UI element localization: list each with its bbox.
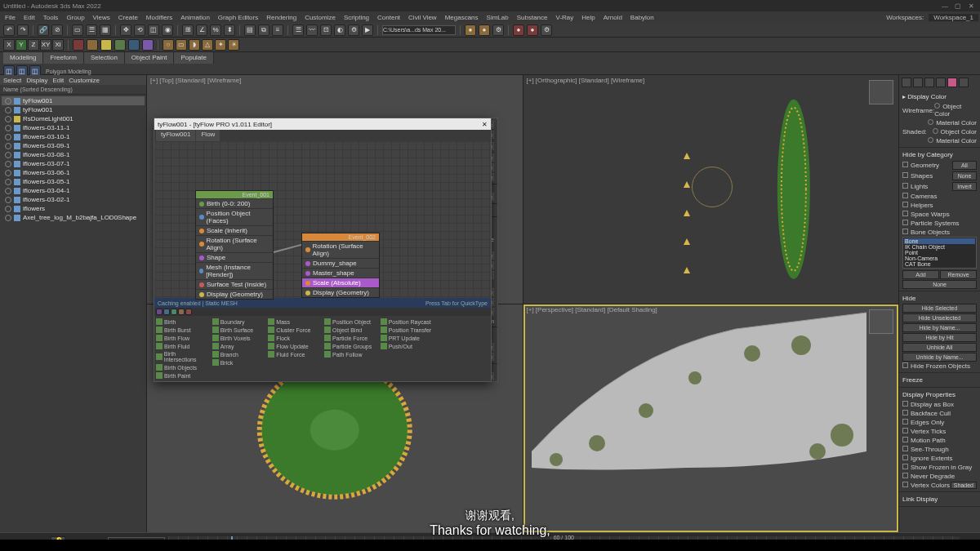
cp-tab-display[interactable] — [947, 78, 957, 87]
op-filter[interactable] — [163, 309, 170, 315]
menu-graph-editors[interactable]: Graph Editors — [215, 14, 261, 21]
list-item[interactable]: iflowers-03-11-1 — [2, 123, 145, 132]
viewport-ortho[interactable]: [+] [Orthographic] [Standard] [Wireframe… — [523, 75, 899, 304]
checkbox[interactable] — [902, 229, 908, 234]
op-item[interactable]: Position Object — [324, 318, 377, 326]
list-item[interactable]: iflowers-03-09-1 — [2, 141, 145, 150]
vray-light-mesh[interactable]: △ — [202, 39, 213, 51]
menu-content[interactable]: Content — [374, 14, 403, 21]
checkbox[interactable] — [902, 193, 908, 198]
op-item[interactable]: Birth Burst — [156, 326, 209, 334]
op-item[interactable]: PRT Update — [381, 334, 434, 342]
op-mesh[interactable]: Mesh (Instance [Render]) — [196, 262, 273, 279]
op-item[interactable]: Birth Intersections — [156, 350, 209, 363]
op-surface-test[interactable]: Surface Test (Inside) — [196, 279, 273, 289]
checkbox[interactable] — [902, 401, 908, 407]
menu-tools[interactable]: Tools — [40, 14, 62, 21]
viewport-label[interactable]: [+] [Perspective] [Standard] [Default Sh… — [527, 306, 657, 313]
scale-button[interactable]: ◫ — [148, 24, 159, 36]
li[interactable]: Bone — [904, 238, 975, 244]
rs-ipr-button[interactable]: ● — [527, 24, 538, 36]
li[interactable]: Non-Camera — [904, 256, 975, 261]
checkbox[interactable] — [902, 464, 908, 469]
link-button[interactable]: 🔗 — [38, 24, 49, 36]
menu-customize[interactable]: Customize — [301, 14, 339, 21]
vray-light-sun[interactable]: ☀ — [228, 39, 239, 51]
radio[interactable] — [928, 119, 933, 125]
op-display[interactable]: Display (Geometry) — [302, 287, 379, 297]
checkbox[interactable] — [902, 437, 908, 442]
snap-button[interactable]: ⊞ — [182, 24, 194, 36]
menu-babylon[interactable]: Babylon — [627, 14, 657, 21]
menu-create[interactable]: Create — [115, 14, 141, 21]
curve-editor-button[interactable]: 〰 — [306, 24, 318, 36]
checkbox[interactable] — [902, 446, 908, 451]
vray-light-ies[interactable]: ✦ — [215, 39, 226, 51]
node-event-001[interactable]: Event_001 Birth (0-0: 200) Position Obje… — [195, 190, 274, 300]
color-swatch-5[interactable] — [128, 39, 140, 51]
schematic-button[interactable]: ⊡ — [320, 24, 332, 36]
rotate-button[interactable]: ⟲ — [134, 24, 145, 36]
op-item[interactable]: Path Follow — [324, 350, 377, 358]
op-item[interactable]: Birth Fluid — [156, 342, 209, 350]
place-button[interactable]: ◉ — [162, 24, 173, 36]
scene-exp-select[interactable]: Select — [3, 77, 21, 84]
list-item[interactable]: Axel_tree_log_M_b2bajfa_LOD0Shape — [2, 213, 145, 222]
rs-render-button[interactable]: ● — [513, 24, 524, 36]
tyflow-close-button[interactable]: ✕ — [482, 121, 488, 128]
op-item[interactable]: Brick — [212, 358, 265, 367]
node-event-002[interactable]: Event_002 Rotation (Surface Align) Dummy… — [301, 233, 380, 298]
remove-button[interactable]: Remove — [940, 270, 977, 279]
layers-button[interactable]: ☰ — [292, 24, 304, 36]
tyflow-titlebar[interactable]: tyFlow001 - [tyFlow PRO v1.011 Editor] ✕ — [154, 118, 491, 130]
cp-tab-hierarchy[interactable] — [924, 78, 934, 87]
scene-path-field[interactable] — [382, 25, 456, 35]
op-rotation[interactable]: Rotation (Surface Align) — [302, 241, 379, 258]
op-item[interactable]: Birth Objects — [156, 363, 209, 371]
checkbox[interactable] — [902, 172, 908, 178]
op-item[interactable]: Birth Surface — [212, 326, 265, 334]
menu-simlab[interactable]: SimLab — [483, 14, 512, 21]
list-item[interactable]: iflowers-03-08-1 — [2, 150, 145, 159]
op-birth[interactable]: Birth (0-0: 200) — [196, 198, 273, 208]
radio[interactable] — [933, 128, 938, 134]
checkbox[interactable] — [902, 428, 908, 433]
named-sets-button[interactable]: ▤ — [244, 24, 256, 36]
visibility-icon[interactable] — [5, 107, 11, 113]
display-color-hdr[interactable]: ▸ Display Color — [902, 91, 977, 102]
color-swatch-6[interactable] — [142, 39, 154, 51]
axis-xi[interactable]: Xi — [52, 39, 64, 51]
axis-xy[interactable]: XY — [40, 39, 51, 51]
list-item[interactable]: iflowers-03-02-1 — [2, 195, 145, 204]
op-item[interactable]: Birth — [156, 318, 209, 326]
hide-selected-button[interactable]: Hide Selected — [902, 304, 977, 313]
menu-civil-view[interactable]: Civil View — [405, 14, 440, 21]
cp-tab-motion[interactable] — [936, 78, 946, 87]
unhide-all-button[interactable]: Unhide All — [902, 343, 977, 352]
list-item[interactable]: tyFlow001 — [2, 105, 145, 114]
tyflow-graph[interactable]: Event_001 Birth (0-0: 200) Position Obje… — [154, 141, 491, 298]
cp-tab-utilities[interactable] — [959, 78, 969, 87]
disp-props-hdr[interactable]: Display Properties — [902, 389, 977, 400]
op-item[interactable]: Mass — [268, 318, 321, 326]
ribbon-tab-populate[interactable]: Populate — [174, 52, 214, 64]
color-swatch-4[interactable] — [114, 39, 126, 51]
ribbon-tab-freeform[interactable]: Freeform — [43, 52, 83, 64]
menu-modifiers[interactable]: Modifiers — [143, 14, 176, 21]
scene-exp-edit[interactable]: Edit — [52, 77, 64, 84]
op-item[interactable]: Birth Flow — [156, 334, 209, 342]
op-item[interactable]: Position Raycast — [381, 318, 434, 326]
window-close[interactable]: ✕ — [965, 2, 977, 10]
menu-edit[interactable]: Edit — [20, 14, 38, 21]
tyflow-tab[interactable]: Flow — [196, 130, 220, 141]
visibility-icon[interactable] — [5, 188, 11, 194]
op-item[interactable]: Flock — [268, 334, 321, 342]
op-filter[interactable] — [185, 309, 192, 315]
ribbon-tab-selection[interactable]: Selection — [84, 52, 125, 64]
radio[interactable] — [928, 137, 933, 143]
vray-ipr-button[interactable]: ● — [479, 24, 490, 36]
percent-snap-button[interactable]: % — [210, 24, 221, 36]
checkbox[interactable] — [902, 202, 908, 207]
menu-scripting[interactable]: Scripting — [341, 14, 372, 21]
viewport-perspective[interactable]: [+] [Perspective] [Standard] [Default Sh… — [523, 304, 899, 533]
